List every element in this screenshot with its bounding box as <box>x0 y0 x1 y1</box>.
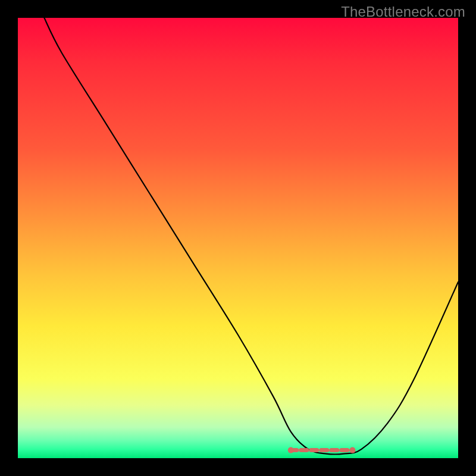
chart-frame: TheBottleneck.com <box>0 0 476 476</box>
curve-layer <box>18 18 458 458</box>
flat-region-dot-left <box>288 447 294 453</box>
plot-area <box>18 18 458 458</box>
flat-region-dot-right <box>349 447 355 453</box>
bottleneck-curve <box>44 18 458 455</box>
